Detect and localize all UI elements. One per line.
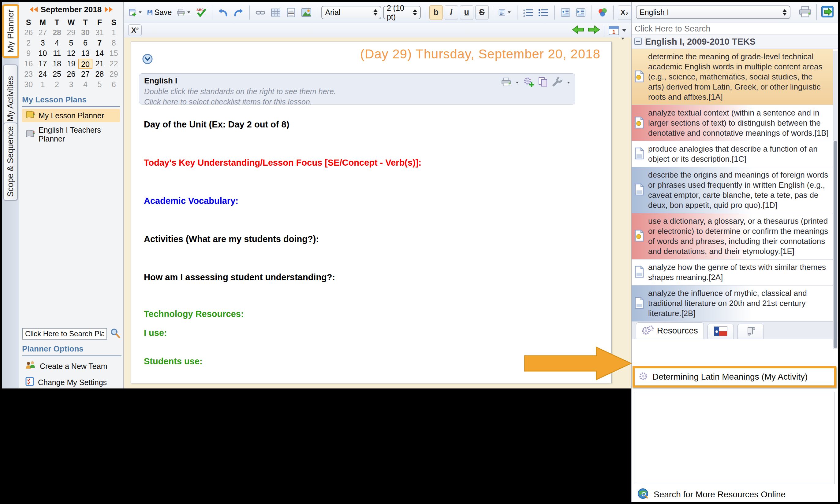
undo-button[interactable] (216, 5, 230, 20)
font-family-select[interactable]: Arial (321, 6, 381, 19)
calendar-day[interactable]: 31 (92, 28, 106, 38)
calendar-day[interactable]: 28 (92, 69, 106, 79)
tab-documents[interactable] (737, 324, 764, 339)
superscript-button[interactable]: X² (128, 24, 142, 36)
calendar-day[interactable]: 19 (64, 59, 78, 69)
strikethrough-button[interactable]: S (475, 5, 489, 20)
calendar-day[interactable]: 6 (107, 79, 121, 90)
calendar-day[interactable]: 10 (35, 48, 50, 59)
calendar-day[interactable]: 2 (50, 79, 64, 90)
tab-my-planner[interactable]: My Planner (2, 4, 19, 58)
calendar-day[interactable]: 30 (78, 28, 92, 38)
calendar-day[interactable]: 17 (35, 59, 50, 69)
standards-box[interactable]: English I Double click the standards on … (139, 73, 575, 105)
calendar-day[interactable]: 27 (78, 69, 92, 79)
print-button[interactable] (175, 5, 192, 20)
calendar-day[interactable]: 22 (107, 59, 121, 69)
insert-table-button[interactable] (269, 5, 282, 20)
copy-button[interactable] (538, 77, 548, 88)
calendar-day[interactable]: 13 (78, 48, 92, 59)
search-icon[interactable] (109, 328, 121, 340)
numbered-list-button[interactable]: 123 (521, 5, 535, 20)
next-day-button[interactable] (588, 25, 600, 36)
activity-item-annotated[interactable]: Determining Latin Meanings (My Activity) (633, 366, 836, 388)
insert-link-button[interactable] (254, 5, 267, 20)
calendar-day[interactable]: 4 (78, 79, 92, 90)
scrollbar-thumb[interactable] (834, 141, 837, 348)
underline-button[interactable]: u (460, 5, 474, 20)
calendar-day[interactable]: 7 (92, 38, 106, 48)
calendar-day[interactable]: 28 (50, 28, 64, 38)
add-activity-button[interactable] (523, 77, 534, 88)
bullet-list-button[interactable] (537, 5, 550, 20)
standards-hint-2[interactable]: Click here to select checklist items for… (144, 97, 570, 106)
standard-item[interactable]: use a dictionary, a glossary, or a thesa… (632, 213, 833, 259)
standards-hint-1[interactable]: Double click the standards on the right … (144, 87, 570, 96)
subscript-button[interactable]: X₂ (618, 5, 631, 20)
standard-item[interactable]: produce analogies that describe a functi… (632, 141, 833, 167)
chevron-down-icon[interactable] (516, 82, 518, 83)
calendar-day[interactable]: 14 (92, 48, 106, 59)
calendar-day[interactable]: 5 (92, 79, 106, 90)
lesson-body[interactable]: Day of the Unit (Ex: Day 2 out of 8)Toda… (144, 119, 572, 367)
prev-month-icon[interactable] (34, 7, 38, 12)
font-size-select[interactable]: 2 (10 pt) (383, 6, 421, 19)
goto-date-button[interactable]: 1 (608, 25, 627, 35)
collapse-icon[interactable] (634, 37, 642, 47)
lesson-plan-item-teachers-planner[interactable]: English I Teachers Planner (22, 124, 120, 145)
calendar-day[interactable]: 26 (64, 69, 78, 79)
chevron-down-icon[interactable] (567, 82, 570, 83)
create-new-team-item[interactable]: Create a New Team (22, 359, 121, 373)
spellcheck-button[interactable]: ABC (194, 5, 208, 20)
tools-button[interactable] (552, 77, 563, 88)
change-my-settings-item[interactable]: Change My Settings (22, 375, 121, 390)
calendar-day[interactable]: 4 (50, 38, 64, 48)
calendar-day[interactable]: 29 (107, 69, 121, 79)
calendar-day[interactable]: 1 (35, 79, 50, 90)
next-year-icon[interactable] (109, 7, 113, 12)
calendar-day[interactable]: 3 (64, 79, 78, 90)
course-select[interactable]: English I (636, 5, 790, 19)
calendar-day[interactable]: 3 (35, 38, 50, 48)
clock-icon[interactable] (142, 53, 153, 66)
print-section-button[interactable] (501, 77, 511, 88)
calendar-day[interactable]: 25 (50, 69, 64, 79)
previous-day-button[interactable] (572, 25, 584, 36)
italic-button[interactable]: i (445, 5, 458, 20)
standard-item[interactable]: analyze textual context (within a senten… (632, 105, 833, 141)
search-online-item[interactable]: Search for More Resources Online (637, 488, 786, 501)
export-panel-button[interactable] (821, 5, 834, 19)
standards-group-header[interactable]: English I, 2009-2010 TEKS (632, 35, 838, 49)
calendar-day[interactable]: 8 (107, 38, 121, 48)
redo-button[interactable] (232, 5, 245, 20)
calendar-day[interactable]: 18 (50, 59, 64, 69)
alignment-button[interactable] (497, 5, 513, 20)
calendar-day[interactable]: 12 (64, 48, 78, 59)
standard-item[interactable]: analyze how the genre of texts with simi… (632, 259, 833, 286)
standard-item[interactable]: analyze the influence of mythic, classic… (632, 286, 833, 322)
calendar-day[interactable]: 16 (21, 59, 35, 69)
calendar-day[interactable]: 5 (64, 38, 78, 48)
calendar-day[interactable]: 6 (78, 38, 92, 48)
indent-button[interactable] (574, 5, 587, 20)
resource-list-empty[interactable] (634, 392, 835, 484)
outdent-button[interactable] (559, 5, 572, 20)
calendar-day[interactable]: 15 (107, 48, 121, 59)
calendar-day-selected[interactable]: 20 (78, 59, 92, 69)
calendar-day[interactable]: 27 (35, 28, 50, 38)
next-month-icon[interactable] (105, 7, 108, 12)
calendar-day[interactable]: 26 (21, 28, 35, 38)
calendar-day[interactable]: 21 (92, 59, 106, 69)
lesson-plan-item-my-planner[interactable]: My Lesson Planner (22, 109, 120, 122)
calendar-day[interactable]: 11 (50, 48, 64, 59)
tab-scope-sequence[interactable]: Scope & Sequence (3, 123, 18, 200)
standard-item[interactable]: determine the meaning of grade-level tec… (632, 49, 833, 105)
calendar-day[interactable]: 23 (21, 69, 35, 79)
calendar-day[interactable]: 30 (21, 79, 35, 90)
calendar-day[interactable]: 1 (107, 28, 121, 38)
tab-resources[interactable]: Resources (636, 322, 704, 339)
calendar-day[interactable]: 24 (35, 69, 50, 79)
prev-year-icon[interactable] (30, 7, 33, 12)
print-standards-button[interactable] (799, 5, 812, 19)
insert-image-button[interactable] (299, 5, 313, 20)
